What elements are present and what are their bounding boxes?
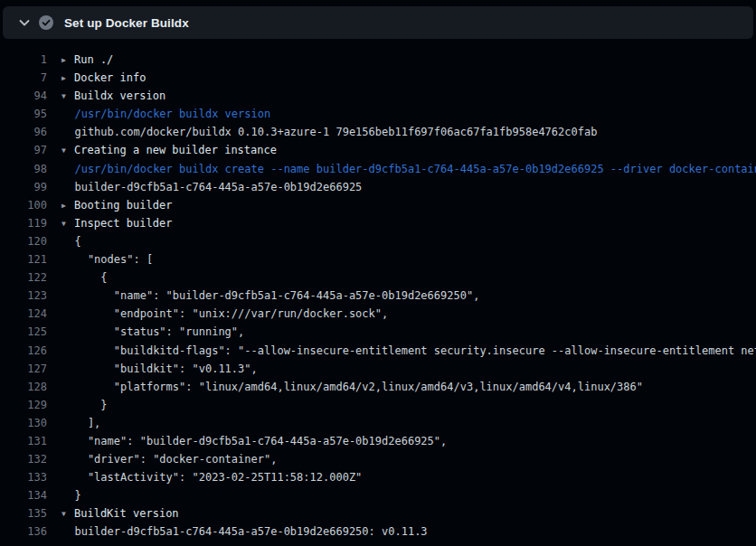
line-number[interactable]: 130 [0, 414, 47, 432]
log-line: 133 "lastActivity": "2023-02-25T11:58:12… [0, 468, 756, 486]
line-number[interactable]: 134 [0, 486, 47, 504]
log-line[interactable]: 1▶Run ./ [0, 51, 756, 69]
collapse-arrow-icon[interactable]: ▼ [61, 215, 70, 233]
log-line: 129 } [0, 396, 756, 414]
line-number[interactable]: 119 [0, 214, 47, 232]
check-circle-icon [39, 15, 53, 30]
log-line[interactable]: 97▼Creating a new builder instance [0, 141, 756, 159]
log-text: { [61, 232, 81, 250]
line-number[interactable]: 96 [0, 123, 47, 141]
group-label[interactable]: BuildKit version [74, 507, 179, 520]
log-container: 1▶Run ./7▶Docker info94▼Buildx version95… [0, 51, 756, 546]
log-line: 130 ], [0, 414, 756, 432]
expand-arrow-icon[interactable]: ▶ [61, 70, 70, 88]
log-line: 136 builder-d9cfb5a1-c764-445a-a57e-0b19… [0, 522, 756, 541]
log-line[interactable]: 119▼Inspect builder [0, 214, 756, 232]
line-number[interactable]: 122 [0, 268, 47, 287]
collapse-arrow-icon[interactable]: ▼ [61, 142, 70, 160]
step-title: Set up Docker Buildx [64, 16, 189, 30]
log-text: "nodes": [ [61, 250, 153, 268]
log-text: builder-d9cfb5a1-c764-445a-a57e-0b19d2e6… [61, 522, 428, 541]
line-number[interactable]: 131 [0, 432, 47, 450]
log-text[interactable]: ▼Creating a new builder instance [61, 141, 277, 159]
line-number[interactable]: 99 [0, 178, 47, 196]
log-text[interactable]: ▼Inspect builder [61, 214, 172, 232]
group-label[interactable]: Run ./ [74, 53, 113, 66]
chevron-down-icon[interactable] [17, 15, 32, 30]
line-number[interactable]: 132 [0, 450, 47, 468]
group-label[interactable]: Buildx version [74, 89, 165, 102]
log-line[interactable]: 7▶Docker info [0, 69, 756, 87]
log-text[interactable]: ▶Docker info [61, 69, 146, 87]
group-label[interactable]: Inspect builder [74, 217, 172, 230]
line-number[interactable]: 100 [0, 196, 47, 214]
log-line: 125 "status": "running", [0, 323, 756, 341]
collapse-arrow-icon[interactable]: ▼ [61, 88, 70, 106]
line-number[interactable]: 123 [0, 287, 47, 305]
line-number[interactable]: 135 [0, 504, 47, 522]
line-number[interactable]: 121 [0, 250, 47, 268]
log-line[interactable]: 94▼Buildx version [0, 87, 756, 105]
log-line: 98 /usr/bin/docker buildx create --name … [0, 160, 756, 178]
log-line: 134 } [0, 486, 756, 504]
log-line: 99 builder-d9cfb5a1-c764-445a-a57e-0b19d… [0, 178, 756, 196]
log-line: 128 "platforms": "linux/amd64,linux/amd6… [0, 378, 756, 396]
line-number[interactable]: 127 [0, 360, 47, 378]
line-number[interactable]: 98 [0, 160, 47, 178]
line-number[interactable]: 129 [0, 396, 47, 414]
log-text[interactable]: ▶Booting builder [61, 196, 172, 214]
log-text[interactable]: ▶Run ./ [61, 51, 113, 69]
expand-arrow-icon[interactable]: ▶ [61, 52, 70, 70]
log-line: 124 "endpoint": "unix:///var/run/docker.… [0, 305, 756, 323]
log-line: 131 "name": "builder-d9cfb5a1-c764-445a-… [0, 432, 756, 450]
group-label[interactable]: Docker info [74, 71, 146, 84]
group-label[interactable]: Creating a new builder instance [74, 144, 277, 156]
log-line: 122 { [0, 268, 756, 287]
log-text: "platforms": "linux/amd64,linux/amd64/v2… [61, 378, 643, 396]
log-line: 132 "driver": "docker-container", [0, 450, 756, 468]
line-number[interactable]: 94 [0, 87, 47, 105]
line-number[interactable]: 120 [0, 232, 47, 250]
line-number[interactable]: 126 [0, 342, 47, 360]
line-number[interactable]: 95 [0, 105, 47, 123]
log-text[interactable]: ▼Buildx version [61, 87, 165, 105]
log-line: 123 "name": "builder-d9cfb5a1-c764-445a-… [0, 287, 756, 305]
line-number[interactable]: 1 [0, 51, 47, 69]
line-number[interactable]: 128 [0, 378, 47, 396]
log-text: ], [61, 414, 100, 432]
log-line: 126 "buildkitd-flags": "--allow-insecure… [0, 342, 756, 360]
step-header[interactable]: Set up Docker Buildx [3, 6, 753, 39]
log-text: "status": "running", [61, 323, 244, 341]
log-text: /usr/bin/docker buildx create --name bui… [61, 160, 756, 178]
log-text: github.com/docker/buildx 0.10.3+azure-1 … [61, 123, 597, 141]
collapse-arrow-icon[interactable]: ▼ [61, 505, 70, 523]
log-line: 121 "nodes": [ [0, 250, 756, 268]
line-number[interactable]: 136 [0, 522, 47, 541]
group-label[interactable]: Booting builder [74, 199, 172, 212]
expand-arrow-icon[interactable]: ▶ [61, 197, 70, 215]
log-text[interactable]: ▼BuildKit version [61, 504, 179, 522]
log-text: "name": "builder-d9cfb5a1-c764-445a-a57e… [61, 432, 447, 450]
log-text: /usr/bin/docker buildx version [61, 105, 270, 123]
log-line: 95 /usr/bin/docker buildx version [0, 105, 756, 123]
log-line: 120 { [0, 232, 756, 250]
log-text: "endpoint": "unix:///var/run/docker.sock… [61, 305, 388, 323]
log-text: builder-d9cfb5a1-c764-445a-a57e-0b19d2e6… [61, 178, 362, 196]
line-number[interactable]: 97 [0, 141, 47, 159]
line-number[interactable]: 7 [0, 69, 47, 87]
log-text: } [61, 396, 108, 414]
log-text: "buildkitd-flags": "--allow-insecure-ent… [61, 342, 756, 360]
log-text: "buildkit": "v0.11.3", [61, 360, 258, 378]
log-text: } [61, 486, 81, 504]
log-text: "name": "builder-d9cfb5a1-c764-445a-a57e… [61, 287, 479, 305]
line-number[interactable]: 133 [0, 468, 47, 486]
line-number[interactable]: 125 [0, 323, 47, 341]
line-number[interactable]: 124 [0, 305, 47, 323]
log-text: "lastActivity": "2023-02-25T11:58:12.000… [61, 468, 362, 486]
log-line[interactable]: 135▼BuildKit version [0, 504, 756, 522]
log-line: 96 github.com/docker/buildx 0.10.3+azure… [0, 123, 756, 141]
log-line[interactable]: 100▶Booting builder [0, 196, 756, 214]
log-text: { [61, 268, 108, 287]
log-text: "driver": "docker-container", [61, 450, 277, 468]
log-line: 127 "buildkit": "v0.11.3", [0, 360, 756, 378]
